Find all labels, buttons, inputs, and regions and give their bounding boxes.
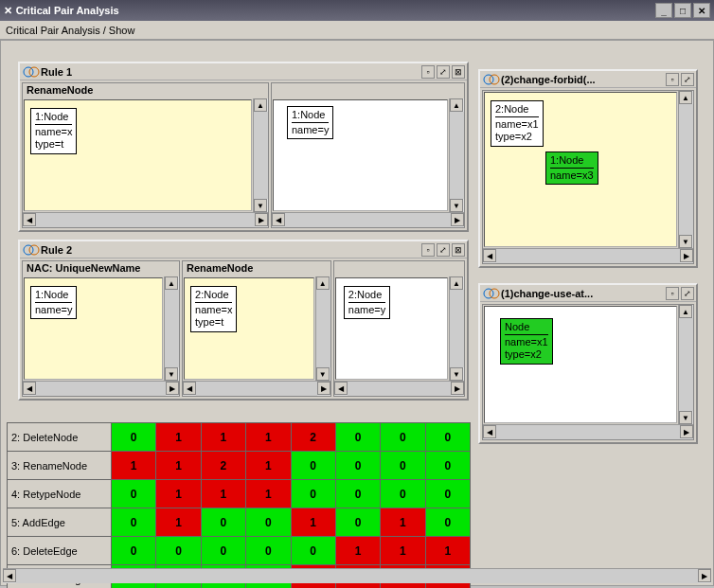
- rule2-title: Rule 2: [41, 244, 419, 256]
- graph-node[interactable]: 1:Node name=y: [30, 286, 77, 319]
- matrix-cell[interactable]: 0: [335, 508, 380, 537]
- matrix-cell[interactable]: 1: [291, 508, 335, 537]
- graph-node[interactable]: 1:Node name=x3: [545, 151, 598, 185]
- graph-node[interactable]: 1:Node name=y: [287, 106, 333, 139]
- matrix-cell[interactable]: 0: [112, 537, 156, 565]
- matrix-cell[interactable]: 1: [381, 537, 425, 565]
- rule1-title: Rule 1: [41, 66, 419, 78]
- matrix-cell[interactable]: 1: [246, 452, 291, 480]
- critical-pair-matrix[interactable]: 2: DeleteNode011120003: RenameNode112100…: [7, 422, 471, 588]
- matrix-cell[interactable]: 0: [335, 480, 380, 508]
- vscroll[interactable]: ▲▼: [678, 305, 693, 424]
- svg-point-0: [24, 67, 33, 77]
- matrix-cell[interactable]: 0: [291, 480, 335, 508]
- vscroll[interactable]: ▲▼: [253, 98, 268, 212]
- hscroll[interactable]: ◀▶: [272, 212, 464, 227]
- matrix-cell[interactable]: 1: [156, 480, 201, 508]
- matrix-cell[interactable]: 2: [291, 423, 335, 452]
- matrix-cell[interactable]: 0: [425, 423, 470, 452]
- matrix-cell[interactable]: 0: [112, 423, 156, 452]
- matrix-cell[interactable]: 1: [156, 452, 201, 480]
- matrix-cell[interactable]: 0: [112, 508, 156, 537]
- matrix-cell[interactable]: 1: [246, 480, 291, 508]
- matrix-cell[interactable]: 1: [335, 537, 380, 565]
- matrix-cell[interactable]: 0: [425, 508, 470, 537]
- matrix-cell[interactable]: 0: [291, 537, 335, 565]
- vscroll[interactable]: ▲▼: [449, 276, 464, 381]
- hscroll[interactable]: ◀▶: [23, 212, 268, 227]
- vscroll[interactable]: ▲▼: [315, 276, 330, 381]
- graph-node[interactable]: 2:Node name=y: [344, 286, 390, 319]
- rule1-canvas-1[interactable]: 1:Node name=y: [273, 99, 448, 211]
- hscroll[interactable]: ◀▶: [183, 381, 330, 396]
- matrix-cell[interactable]: 1: [381, 508, 425, 537]
- close-icon[interactable]: ⊠: [452, 65, 465, 79]
- breadcrumb[interactable]: Critical Pair Analysis / Show: [6, 25, 134, 36]
- rule1-canvas-0[interactable]: 1:Node name=x type=t: [24, 99, 252, 211]
- matrix-cell[interactable]: 0: [425, 452, 470, 480]
- vscroll[interactable]: ▲▼: [449, 98, 464, 212]
- close-button[interactable]: ✕: [693, 3, 710, 18]
- rule2-p1-title: RenameNode: [183, 261, 330, 276]
- matrix-row-label: 3: RenameNode: [8, 452, 112, 480]
- matrix-cell[interactable]: 2: [201, 452, 245, 480]
- matrix-row-label: 4: RetypeNode: [8, 480, 112, 508]
- hscroll[interactable]: ◀▶: [483, 424, 693, 439]
- maximize-icon[interactable]: ⤢: [681, 73, 694, 86]
- iconify-button[interactable]: ▫: [666, 287, 679, 300]
- matrix-cell[interactable]: 0: [381, 423, 425, 452]
- minimize-button[interactable]: _: [655, 3, 672, 18]
- maximize-icon[interactable]: ⤢: [437, 243, 450, 257]
- vscroll[interactable]: ▲▼: [164, 276, 179, 381]
- app-icon: ✕: [4, 5, 12, 17]
- graph-node[interactable]: 1:Node name=x type=t: [30, 108, 77, 154]
- matrix-cell[interactable]: 1: [246, 423, 291, 452]
- iconify-button[interactable]: ▫: [421, 65, 435, 79]
- iconify-button[interactable]: ▫: [421, 243, 435, 257]
- overlap1-panel: Node name=x1 type=x2 ▲▼ ◀▶: [482, 304, 694, 440]
- graph-node[interactable]: Node name=x1 type=x2: [500, 318, 553, 365]
- close-icon[interactable]: ⊠: [452, 243, 465, 257]
- matrix-cell[interactable]: 1: [112, 452, 156, 480]
- svg-point-1: [29, 67, 39, 77]
- overlap2-canvas[interactable]: 2:Node name=x1 type=x2 1:Node name=x3: [484, 92, 677, 247]
- maximize-icon[interactable]: ⤢: [437, 65, 450, 79]
- hscroll[interactable]: ◀▶: [483, 248, 693, 263]
- matrix-cell[interactable]: 0: [246, 537, 291, 565]
- maximize-icon[interactable]: ⤢: [681, 287, 694, 300]
- overlap1-canvas[interactable]: Node name=x1 type=x2: [484, 306, 677, 423]
- workspace-hscroll[interactable]: ◀▶: [3, 568, 711, 583]
- graph-node[interactable]: 2:Node name=x type=t: [190, 286, 237, 332]
- svg-point-4: [484, 75, 493, 84]
- matrix-cell[interactable]: 0: [246, 508, 291, 537]
- matrix-cell[interactable]: 1: [156, 508, 201, 537]
- matrix-cell[interactable]: 1: [156, 423, 201, 452]
- matrix-row-label: 6: DeleteEdge: [8, 537, 112, 565]
- svg-point-6: [484, 289, 493, 298]
- hscroll[interactable]: ◀▶: [334, 381, 464, 396]
- matrix-cell[interactable]: 0: [335, 423, 380, 452]
- matrix-cell[interactable]: 0: [425, 480, 470, 508]
- matrix-cell[interactable]: 0: [112, 480, 156, 508]
- window-titlebar: ✕ Critical Pair Analysis _ □ ✕: [0, 0, 714, 21]
- matrix-cell[interactable]: 1: [201, 480, 245, 508]
- matrix-cell[interactable]: 0: [201, 508, 245, 537]
- vscroll[interactable]: ▲▼: [678, 91, 693, 248]
- matrix-cell[interactable]: 0: [156, 537, 201, 565]
- maximize-button[interactable]: □: [674, 3, 691, 18]
- matrix-cell[interactable]: 0: [201, 537, 245, 565]
- matrix-cell[interactable]: 0: [335, 452, 380, 480]
- svg-point-3: [29, 245, 39, 255]
- matrix-cell[interactable]: 1: [425, 537, 470, 565]
- matrix-cell[interactable]: 0: [381, 480, 425, 508]
- rule2-panel-2: 2:Node name=y ▲▼ ◀▶: [333, 260, 465, 397]
- hscroll[interactable]: ◀▶: [23, 381, 179, 396]
- matrix-cell[interactable]: 0: [291, 452, 335, 480]
- rule2-canvas-1[interactable]: 2:Node name=x type=t: [184, 277, 314, 380]
- matrix-cell[interactable]: 0: [381, 452, 425, 480]
- graph-node[interactable]: 2:Node name=x1 type=x2: [491, 100, 544, 147]
- rule2-canvas-2[interactable]: 2:Node name=y: [335, 277, 448, 380]
- rule2-canvas-0[interactable]: 1:Node name=y: [24, 277, 163, 380]
- iconify-button[interactable]: ▫: [666, 73, 679, 86]
- matrix-cell[interactable]: 1: [201, 423, 245, 452]
